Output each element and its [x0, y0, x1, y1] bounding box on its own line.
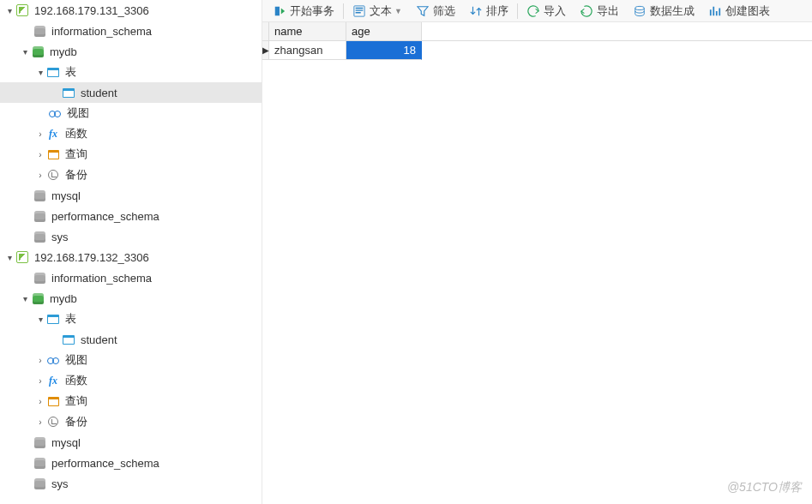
- current-row-indicator-icon: ▶: [262, 41, 269, 60]
- data-toolbar: 开始事务 文本 ▼ 筛选 排序: [262, 0, 812, 22]
- chevron-right-icon[interactable]: ›: [34, 150, 46, 159]
- database-label: information_schema: [50, 25, 152, 38]
- database-label: mydb: [48, 45, 77, 58]
- table-icon: [46, 65, 60, 79]
- toolbar-label: 导入: [544, 3, 566, 19]
- tree-item-database[interactable]: ▾ mydb: [0, 288, 262, 309]
- chevron-down-icon[interactable]: ▾: [19, 47, 31, 57]
- sort-button[interactable]: 排序: [462, 1, 515, 21]
- tree-item-tables-folder[interactable]: ▾ 表: [0, 62, 262, 82]
- tree-item-backup-folder[interactable]: › 备份: [0, 411, 262, 432]
- tree-item-database[interactable]: sys: [0, 226, 262, 247]
- column-header-age[interactable]: age: [346, 22, 422, 40]
- table-label: student: [79, 87, 117, 99]
- tree-item-connection[interactable]: ▾ 192.168.179.132_3306: [0, 247, 262, 267]
- table-row[interactable]: ▶ zhangsan 18: [262, 41, 812, 60]
- database-icon: [31, 45, 45, 58]
- database-label: information_schema: [50, 272, 152, 285]
- backup-icon: [46, 168, 60, 182]
- tree-item-connection[interactable]: ▾ 192.168.179.131_3306: [0, 0, 262, 21]
- database-icon: [33, 230, 46, 243]
- tree-item-views-folder[interactable]: 视图: [0, 103, 262, 123]
- folder-label: 备份: [63, 414, 87, 429]
- database-icon: [33, 189, 46, 202]
- chevron-right-icon[interactable]: ›: [34, 376, 46, 386]
- tree-item-backup-folder[interactable]: › 备份: [0, 165, 262, 185]
- database-label: mysql: [50, 189, 81, 202]
- chevron-right-icon[interactable]: ›: [34, 171, 46, 180]
- begin-transaction-button[interactable]: 开始事务: [266, 1, 341, 21]
- datagen-button[interactable]: 数据生成: [626, 1, 701, 21]
- column-header-label: age: [352, 25, 370, 38]
- column-header-name[interactable]: name: [269, 22, 346, 40]
- tree-item-database[interactable]: performance_schema: [0, 206, 262, 226]
- table-icon: [62, 86, 75, 99]
- folder-label: 表: [63, 311, 76, 327]
- export-button[interactable]: 导出: [573, 1, 626, 21]
- folder-label: 备份: [63, 167, 87, 183]
- tree-item-database[interactable]: performance_schema: [0, 453, 262, 473]
- database-label: performance_schema: [50, 457, 159, 470]
- table-icon: [62, 333, 75, 346]
- toolbar-label: 创建图表: [725, 3, 770, 19]
- cell-name[interactable]: zhangsan: [269, 41, 346, 60]
- chevron-down-icon[interactable]: ▾: [3, 253, 15, 262]
- view-icon: [46, 353, 60, 367]
- create-chart-button[interactable]: 创建图表: [701, 1, 777, 21]
- connection-icon: [15, 250, 29, 264]
- dropdown-caret-icon: ▼: [394, 7, 402, 15]
- grid-header: name age: [262, 22, 812, 41]
- filter-button[interactable]: 筛选: [409, 1, 462, 21]
- datagen-icon: [633, 4, 647, 18]
- database-icon: [33, 209, 46, 223]
- chevron-right-icon[interactable]: ›: [34, 129, 46, 139]
- tree-item-queries-folder[interactable]: › 查询: [0, 144, 262, 165]
- svg-rect-0: [354, 5, 364, 15]
- tree-item-views-folder[interactable]: › 视图: [0, 350, 262, 370]
- tree-item-functions-folder[interactable]: › fx 函数: [0, 370, 262, 391]
- database-label: mysql: [50, 436, 81, 449]
- tree-item-database[interactable]: mysql: [0, 185, 262, 206]
- chevron-down-icon[interactable]: ▾: [34, 68, 46, 77]
- cell-value: zhangsan: [274, 44, 322, 57]
- tree-item-functions-folder[interactable]: › fx 函数: [0, 123, 262, 144]
- tree-item-database[interactable]: information_schema: [0, 21, 262, 41]
- text-mode-button[interactable]: 文本 ▼: [346, 1, 409, 21]
- separator: [343, 3, 344, 19]
- data-grid[interactable]: name age ▶ zhangsan 18: [262, 22, 812, 504]
- toolbar-label: 排序: [486, 3, 508, 19]
- text-icon: [352, 4, 366, 18]
- tree-item-table-student[interactable]: student: [0, 82, 262, 103]
- toolbar-label: 筛选: [433, 3, 455, 19]
- folder-label: 查询: [63, 393, 87, 409]
- tree-item-queries-folder[interactable]: › 查询: [0, 391, 262, 411]
- tree-item-database[interactable]: information_schema: [0, 267, 262, 288]
- database-label: mydb: [48, 292, 77, 305]
- table-icon: [46, 312, 60, 326]
- chevron-down-icon[interactable]: ▾: [3, 6, 15, 15]
- import-button[interactable]: 导入: [520, 1, 573, 21]
- chevron-down-icon[interactable]: ▾: [19, 294, 31, 303]
- chevron-right-icon[interactable]: ›: [34, 356, 46, 365]
- watermark-text: @51CTO博客: [727, 480, 802, 495]
- function-icon: fx: [46, 374, 60, 387]
- tree-item-database[interactable]: sys: [0, 473, 262, 494]
- tree-item-database[interactable]: mysql: [0, 432, 262, 453]
- chevron-down-icon[interactable]: ▾: [34, 315, 46, 324]
- toolbar-label: 开始事务: [290, 3, 334, 19]
- backup-icon: [46, 415, 60, 429]
- query-icon: [46, 147, 60, 161]
- cell-age-selected[interactable]: 18: [346, 41, 422, 60]
- tree-item-database[interactable]: ▾ mydb: [0, 41, 262, 62]
- folder-label: 函数: [63, 126, 87, 141]
- chevron-right-icon[interactable]: ›: [34, 417, 46, 427]
- connection-tree[interactable]: ▾ 192.168.179.131_3306 information_schem…: [0, 0, 262, 504]
- tree-item-table-student[interactable]: student: [0, 329, 262, 350]
- tree-item-tables-folder[interactable]: ▾ 表: [0, 309, 262, 329]
- query-icon: [46, 394, 60, 408]
- folder-label: 查询: [63, 147, 87, 162]
- main-panel: 开始事务 文本 ▼ 筛选 排序: [262, 0, 812, 504]
- database-icon: [31, 291, 45, 305]
- chevron-right-icon[interactable]: ›: [34, 397, 46, 406]
- export-icon: [580, 4, 593, 18]
